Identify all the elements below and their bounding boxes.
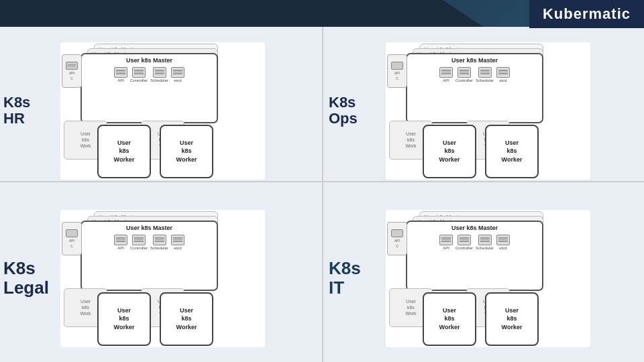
controller-component: Controller bbox=[130, 67, 148, 82]
section-label-hr: K8s HR bbox=[3, 95, 57, 127]
scheduler-component: Scheduler bbox=[150, 67, 168, 82]
cluster-diagram-legal: User k8s Master User k8s Master User k8s… bbox=[60, 210, 265, 347]
app-title: Kubermatic bbox=[543, 5, 631, 22]
header-bar: Kubermatic bbox=[529, 0, 644, 28]
cluster-diagram-it: User k8s Master User k8s Master User k8s… bbox=[386, 210, 590, 347]
section-label-legal: K8s Legal bbox=[3, 259, 57, 297]
quadrant-ops: K8s Ops User k8s Master User k8s Master … bbox=[322, 27, 644, 194]
master-title: User k8s Master bbox=[82, 54, 217, 66]
quadrant-hr: K8s HR User k8s Master User k8s Master U… bbox=[0, 27, 322, 194]
worker-box-2: Userk8sWorker bbox=[160, 125, 213, 178]
api-small-box: API C bbox=[62, 54, 82, 88]
cluster-diagram-ops: User k8s Master User k8s Master User k8s… bbox=[386, 42, 590, 180]
vertical-divider bbox=[322, 27, 323, 362]
quadrant-legal: K8s Legal User k8s Master User k8s Maste… bbox=[0, 194, 322, 362]
api-component: API bbox=[114, 67, 127, 82]
horizontal-divider bbox=[0, 181, 644, 182]
quadrant-it: K8s IT User k8s Master User k8s Master U… bbox=[322, 194, 644, 362]
cluster-diagram-hr: User k8s Master User k8s Master User k8s… bbox=[60, 42, 265, 180]
master-components: API Controller bbox=[82, 66, 217, 84]
etcd-component: etcd bbox=[171, 67, 184, 82]
master-front: User k8s Master API bbox=[80, 53, 218, 123]
section-label-it: K8s IT bbox=[329, 259, 382, 297]
section-label-ops: K8s Ops bbox=[329, 95, 382, 127]
worker-box-1: Userk8sWorker bbox=[97, 125, 151, 178]
